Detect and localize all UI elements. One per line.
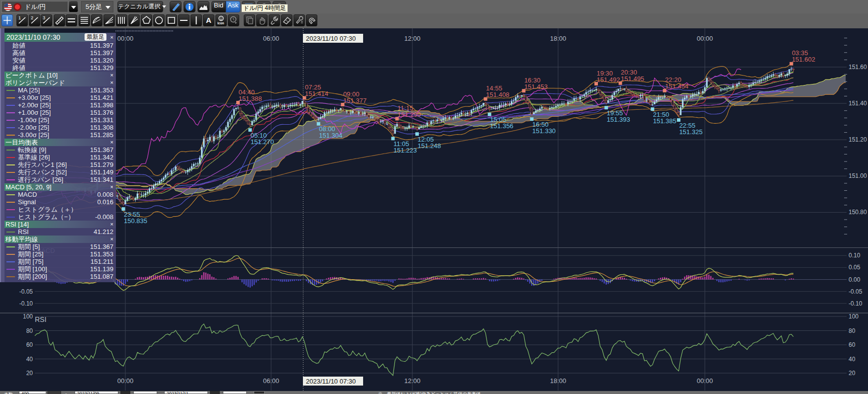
svg-text:151.60: 151.60 (849, 64, 867, 71)
svg-text:00:00: 00:00 (117, 377, 134, 385)
svg-text:151.492: 151.492 (597, 76, 620, 83)
svg-text:1: 1 (18, 15, 21, 20)
svg-text:06:00: 06:00 (263, 377, 280, 385)
svg-text:60: 60 (849, 341, 856, 348)
svg-text:80: 80 (849, 327, 856, 334)
svg-text:20: 20 (849, 370, 856, 377)
svg-text:-0.10: -0.10 (19, 300, 33, 307)
svg-text:RSI: RSI (35, 315, 46, 323)
svg-text:151.40: 151.40 (849, 100, 867, 107)
svg-text:151.453: 151.453 (524, 83, 548, 90)
svg-text:151.270: 151.270 (251, 138, 274, 146)
svg-text:150.835: 150.835 (124, 217, 147, 225)
svg-text:151.304: 151.304 (319, 132, 342, 139)
svg-text:12:00: 12:00 (404, 35, 421, 42)
svg-text:0.05: 0.05 (849, 264, 861, 271)
svg-text:00:00: 00:00 (697, 377, 713, 385)
svg-text:icon: icon (217, 21, 224, 25)
svg-text:151.393: 151.393 (607, 116, 630, 123)
svg-text:151.248: 151.248 (418, 142, 441, 150)
svg-text:151.377: 151.377 (343, 97, 367, 104)
svg-text:18:00: 18:00 (550, 35, 567, 42)
svg-text:151.325: 151.325 (679, 128, 702, 136)
svg-text:A: A (206, 16, 211, 24)
svg-text:3: 3 (43, 15, 45, 20)
svg-text:-0.10: -0.10 (849, 300, 863, 307)
svg-text:151.223: 151.223 (393, 147, 417, 154)
svg-text:151.356: 151.356 (490, 122, 513, 130)
svg-text:151.20: 151.20 (849, 136, 867, 143)
svg-text:12:00: 12:00 (404, 377, 421, 385)
svg-text:151.414: 151.414 (305, 90, 328, 97)
svg-text:2023/11/10 07:30: 2023/11/10 07:30 (306, 35, 356, 42)
svg-text:151.602: 151.602 (792, 56, 815, 63)
svg-text:20: 20 (26, 370, 33, 377)
svg-text:60: 60 (26, 341, 33, 348)
svg-text:100: 100 (849, 313, 859, 320)
svg-text:2023/11/10 07:30: 2023/11/10 07:30 (306, 378, 356, 385)
svg-text:151.00: 151.00 (849, 172, 867, 179)
svg-text:06:00: 06:00 (263, 35, 280, 42)
svg-text:-0.05: -0.05 (19, 288, 33, 295)
svg-text:151.299: 151.299 (397, 111, 421, 118)
svg-text:0.00: 0.00 (849, 276, 861, 283)
svg-text:00:00: 00:00 (117, 35, 134, 42)
svg-text:00:00: 00:00 (697, 35, 713, 42)
svg-text:100: 100 (23, 313, 33, 320)
svg-text:18:00: 18:00 (550, 377, 567, 385)
svg-text:151.454: 151.454 (665, 82, 688, 90)
svg-text:0.10: 0.10 (849, 252, 861, 259)
svg-text:150.80: 150.80 (849, 209, 867, 216)
svg-text:151.388: 151.388 (239, 95, 262, 102)
svg-text:151.495: 151.495 (621, 75, 644, 82)
svg-text:151.408: 151.408 (486, 91, 509, 98)
svg-text:40: 40 (849, 356, 856, 363)
svg-text:151.330: 151.330 (532, 127, 556, 135)
svg-text:40: 40 (26, 356, 33, 363)
svg-text:80: 80 (26, 327, 33, 334)
svg-text:151.385: 151.385 (653, 117, 676, 125)
svg-text:2: 2 (31, 15, 33, 20)
svg-text:-0.05: -0.05 (849, 288, 863, 295)
